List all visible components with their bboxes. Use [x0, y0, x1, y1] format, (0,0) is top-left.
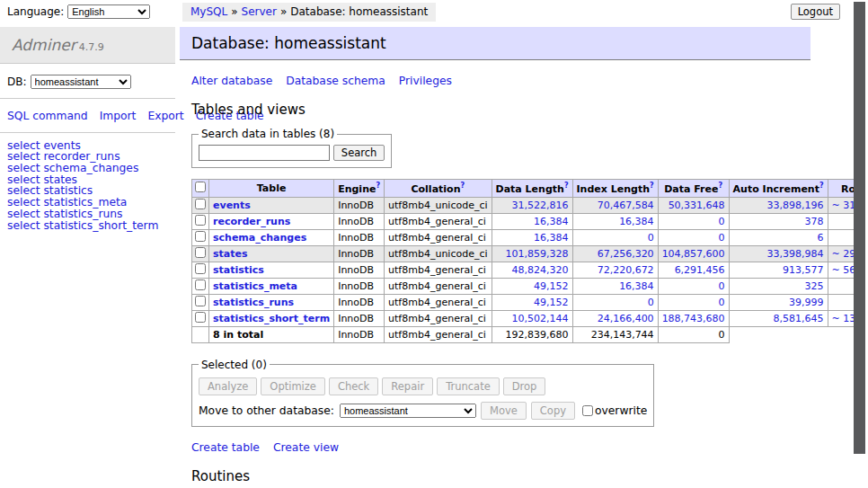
table-name-link[interactable]: statistics_short_term: [213, 313, 330, 324]
help-link[interactable]: ?: [564, 182, 569, 190]
table-name-link[interactable]: recorder_runs: [213, 216, 290, 227]
data-length-link[interactable]: 49,152: [534, 280, 569, 292]
row-checkbox[interactable]: [195, 312, 206, 323]
data-free-link[interactable]: 0: [719, 280, 725, 292]
scrollbar-thumb[interactable]: [854, 2, 865, 454]
auto-increment-link[interactable]: 8,581,645: [774, 313, 824, 324]
database-action-link[interactable]: Privileges: [399, 75, 452, 87]
table-name-link[interactable]: statistics_meta: [213, 280, 297, 292]
auto-increment-cell: 913,577: [729, 262, 828, 278]
selected-action-button: Optimize: [261, 377, 325, 395]
select-all-checkbox[interactable]: [195, 182, 206, 192]
help-link[interactable]: ?: [460, 182, 465, 190]
index-length-link[interactable]: 67,256,320: [598, 248, 654, 260]
search-legend: Search data in tables (8): [199, 128, 337, 140]
sidebar-select-table-link[interactable]: select schema_changes: [7, 163, 168, 174]
scrollbar-track[interactable]: [854, 0, 868, 488]
help-link[interactable]: ?: [718, 182, 722, 190]
row-checkbox-cell: [192, 197, 209, 213]
data-free-link[interactable]: 6,291,456: [675, 264, 725, 276]
data-free-link[interactable]: 104,857,600: [662, 248, 725, 260]
auto-increment-link[interactable]: 39,999: [789, 297, 824, 308]
index-length-link[interactable]: 16,384: [619, 216, 654, 227]
row-checkbox[interactable]: [195, 247, 206, 258]
help-link[interactable]: ?: [650, 182, 654, 190]
total-data-length-cell: 192,839,680: [492, 326, 572, 342]
sidebar-select-table-link[interactable]: select statistics_short_term: [7, 220, 168, 232]
engine-cell: InnoDB: [334, 213, 385, 229]
column-header: Table?: [209, 180, 334, 198]
data-length-link[interactable]: 49,152: [534, 297, 569, 308]
index-length-link[interactable]: 72,220,672: [598, 264, 654, 276]
column-header: Auto Increment?: [729, 180, 828, 198]
sidebar-actions: SQL commandImportExportCreate table: [0, 99, 175, 133]
data-free-cell: 50,331,648: [658, 197, 729, 213]
data-length-link[interactable]: 31,522,816: [512, 200, 569, 211]
auto-increment-link[interactable]: 33,898,196: [767, 200, 824, 211]
data-length-link[interactable]: 16,384: [534, 216, 569, 227]
selected-legend: Selected (0): [199, 359, 270, 371]
row-checkbox[interactable]: [195, 231, 206, 242]
row-checkbox[interactable]: [195, 296, 206, 306]
index-length-link[interactable]: 16,384: [619, 280, 654, 292]
auto-increment-link[interactable]: 913,577: [783, 264, 824, 276]
index-length-link[interactable]: 0: [648, 297, 654, 308]
auto-increment-link[interactable]: 378: [805, 216, 824, 227]
index-length-link[interactable]: 70,467,584: [598, 200, 654, 211]
index-length-cell: 0: [572, 294, 658, 310]
move-db-select[interactable]: homeassistant: [340, 404, 476, 418]
data-free-link[interactable]: 0: [719, 297, 725, 308]
data-length-link[interactable]: 48,824,320: [512, 264, 569, 276]
selected-buttons: AnalyzeOptimizeCheckRepairTruncateDrop: [199, 377, 647, 395]
breadcrumb: MySQL»Server»Database: homeassistant: [182, 3, 436, 22]
data-length-link[interactable]: 10,502,144: [512, 313, 569, 324]
data-length-link[interactable]: 16,384: [534, 232, 569, 244]
index-length-link[interactable]: 0: [648, 232, 654, 244]
database-action-link[interactable]: Alter database: [191, 75, 272, 87]
breadcrumb-server-link[interactable]: Server: [242, 5, 277, 18]
sidebar-action-link[interactable]: SQL command: [7, 110, 88, 122]
table-name-link[interactable]: events: [213, 200, 251, 211]
data-free-link[interactable]: 0: [719, 216, 725, 227]
auto-increment-link[interactable]: 33,398,984: [767, 248, 824, 260]
language-row: Language:English: [7, 4, 150, 19]
auto-increment-cell: 39,999: [729, 294, 828, 310]
data-free-link[interactable]: 50,331,648: [669, 200, 725, 211]
overwrite-checkbox[interactable]: [582, 405, 593, 416]
logout-button[interactable]: Logout: [791, 4, 840, 20]
sidebar-table-links: select eventsselect recorder_runsselect …: [0, 133, 175, 232]
help-link[interactable]: ?: [819, 182, 824, 190]
table-name-link[interactable]: states: [213, 248, 248, 260]
language-select[interactable]: English: [67, 4, 150, 19]
sidebar-select-table-link[interactable]: select statistics_meta: [7, 197, 168, 209]
row-checkbox[interactable]: [195, 215, 206, 226]
index-length-link[interactable]: 24,166,400: [598, 313, 654, 324]
tables-heading: Tables and views: [191, 102, 810, 118]
table-name-link[interactable]: statistics: [213, 264, 264, 276]
breadcrumb-separator: »: [231, 5, 237, 18]
table-name-cell: statistics: [209, 262, 334, 278]
database-action-link[interactable]: Database schema: [286, 75, 385, 87]
help-link[interactable]: ?: [376, 182, 380, 190]
row-checkbox[interactable]: [195, 263, 206, 274]
auto-increment-link[interactable]: 325: [805, 280, 824, 292]
data-free-link[interactable]: 0: [719, 232, 725, 244]
sidebar-action-link[interactable]: Import: [100, 110, 137, 122]
data-length-link[interactable]: 101,859,328: [506, 248, 569, 260]
create-link[interactable]: Create view: [273, 441, 339, 454]
table-name-link[interactable]: schema_changes: [213, 232, 306, 244]
row-checkbox-cell: [192, 229, 209, 245]
auto-increment-link[interactable]: 6: [818, 232, 824, 244]
breadcrumb-mysql-link[interactable]: MySQL: [190, 5, 227, 18]
row-checkbox[interactable]: [195, 199, 206, 209]
sidebar-select-table-link[interactable]: select statistics_runs: [7, 209, 168, 220]
db-select[interactable]: homeassistant: [31, 75, 131, 89]
search-button[interactable]: Search: [333, 145, 385, 161]
data-free-cell: 0: [658, 229, 729, 245]
data-free-link[interactable]: 188,743,680: [662, 313, 725, 324]
create-link[interactable]: Create table: [191, 441, 260, 454]
table-name-link[interactable]: statistics_runs: [213, 297, 294, 308]
sidebar-action-link[interactable]: Export: [147, 110, 183, 122]
row-checkbox[interactable]: [195, 279, 206, 290]
search-input[interactable]: [199, 145, 330, 161]
